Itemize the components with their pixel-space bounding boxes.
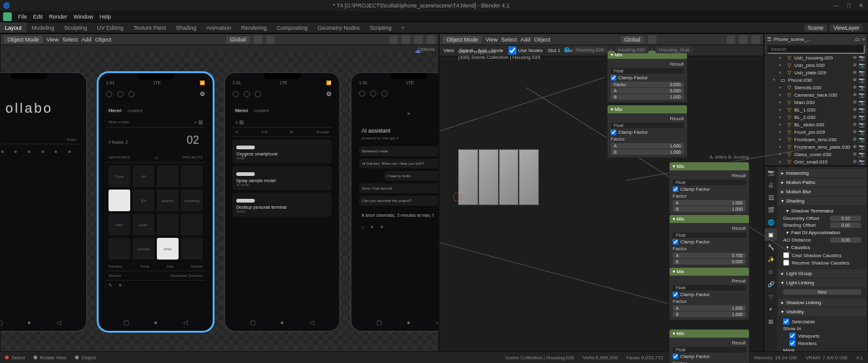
menu-window[interactable]: Window — [74, 14, 94, 20]
recv-caustics-checkbox[interactable] — [783, 260, 789, 266]
outliner-item[interactable]: ▸▽Usb_plate.029👁📷 — [764, 69, 867, 76]
slot-selector[interactable]: Slot 1 — [547, 48, 560, 53]
node-canvas[interactable]: ▾ Mix Result Float Clamp Factor Factor0.… — [440, 56, 763, 351]
node-mix-5[interactable]: ▾ Mix Result Float Clamp Factor Factor A… — [669, 267, 750, 320]
workspace-render[interactable]: Rendering — [236, 22, 272, 33]
filter-icon[interactable]: ▿ — [862, 37, 865, 42]
shading-solid-icon-2[interactable] — [739, 35, 748, 44]
maximize-icon[interactable]: □ — [845, 2, 852, 9]
ptab-physics-icon[interactable]: ⊙ — [764, 266, 777, 278]
outliner-item[interactable]: ▸▽Usb_housing.029👁📷 — [764, 54, 867, 61]
scene-selector[interactable]: Scene — [804, 24, 828, 32]
ptab-particle-icon[interactable]: ✨ — [764, 253, 777, 266]
workspace-sculpting[interactable]: Sculpting — [60, 22, 92, 33]
workspace-layout[interactable]: Layout — [0, 22, 27, 33]
outliner-item[interactable]: ▸▽BL_slider.030👁📷 — [764, 121, 867, 128]
menu-render[interactable]: Render — [49, 14, 68, 20]
eye-icon: 👁 — [852, 129, 857, 135]
outliner-item[interactable]: ▾▭Phone.030👁📷 — [764, 76, 867, 84]
properties-panel[interactable]: 📷 🖨 🖼 🎬 🌐 ▣ 🔧 ✨ ⊙ 🔗 ▽ ● ▦ ▸ Instancing ▸… — [764, 166, 868, 352]
outliner-item[interactable]: ▸▽Usb_pins.030👁📷 — [764, 61, 867, 69]
cast-caustics-checkbox[interactable] — [783, 252, 789, 258]
shading-wire-icon[interactable] — [389, 35, 398, 44]
grid-cell: graphic — [157, 190, 179, 211]
eye-icon: 👁 — [852, 107, 857, 113]
viewport-mid-header: Object Mode View Select Add Object Globa… — [440, 34, 763, 45]
vp-menu-add[interactable]: Add — [81, 37, 91, 43]
vp-menu-select[interactable]: Select — [62, 37, 78, 43]
workspace-scripting[interactable]: Scripting — [365, 22, 396, 33]
ptab-texture-icon[interactable]: ▦ — [764, 315, 777, 328]
ptab-world-icon[interactable]: 🌐 — [764, 216, 777, 229]
phone1-logo: ollabo — [1, 82, 79, 135]
node-mix-2[interactable]: ▾ Mix Result Float Clamp Factor Factor A… — [607, 105, 688, 158]
node-mix-6[interactable]: ▾ Mix Result Float Clamp Factor Factor A… — [669, 329, 750, 363]
proportional-icon[interactable] — [266, 35, 275, 44]
workspace-geonodes[interactable]: Geometry Nodes — [312, 22, 365, 33]
ptab-material-icon[interactable]: ● — [764, 303, 777, 315]
workspace-modeling[interactable]: Modeling — [27, 22, 60, 33]
viewlayer-selector[interactable]: ViewLayer — [830, 24, 863, 32]
vp-menu-object[interactable]: Object — [95, 37, 111, 43]
workspace-add[interactable]: + — [396, 22, 409, 33]
outliner-search[interactable] — [767, 45, 865, 54]
new-collection-icon[interactable]: ▭ — [855, 37, 860, 42]
eye-icon: 👁 — [852, 144, 857, 150]
ptab-render-icon[interactable]: 📷 — [764, 167, 777, 179]
outliner-item[interactable]: ▸▽Front_pin.029👁📷 — [764, 128, 867, 136]
shading-rendered-icon[interactable] — [427, 35, 435, 44]
viewport-left[interactable]: Object Mode View Select Add Object Globa… — [0, 33, 439, 352]
shading-render-icon-2[interactable] — [751, 35, 760, 44]
scene-content: ollabo registerforgot ▢●◁ 1:41LTE📶 ⚙ fil… — [1, 53, 438, 351]
outliner-item[interactable]: ▸▽Frontcam_lens_plate.030👁📷 — [764, 143, 867, 151]
menu-edit[interactable]: Edit — [33, 14, 43, 20]
outliner-item[interactable]: ▸▽Grid_small.015👁📷 — [764, 158, 867, 165]
menu-help[interactable]: Help — [100, 14, 112, 20]
node-mix-1[interactable]: ▾ Mix Result Float Clamp Factor Factor0.… — [607, 50, 688, 103]
ptab-view-icon[interactable]: 🖼 — [764, 191, 777, 204]
ptab-object-icon[interactable]: ▣ — [764, 229, 777, 241]
ptab-constraint-icon[interactable]: 🔗 — [764, 278, 777, 291]
outliner-item[interactable]: ▸▽Glass_cover.030👁📷 — [764, 151, 867, 158]
menu-file[interactable]: File — [18, 14, 27, 20]
viewport-mid[interactable]: Object Mode View Select Add Object Globa… — [439, 33, 764, 352]
workspace-shading[interactable]: Shading — [171, 22, 202, 33]
ptab-output-icon[interactable]: 🖨 — [764, 179, 777, 191]
workspace-texpaint[interactable]: Texture Paint — [128, 22, 171, 33]
grid-cell: concept — [133, 238, 154, 260]
workspace-uv[interactable]: UV Editing — [92, 22, 129, 33]
outliner-item[interactable]: ▸▽BL_2.030👁📷 — [764, 113, 867, 121]
close-icon[interactable]: ✕ — [857, 2, 865, 9]
eye-icon: 👁 — [852, 137, 857, 142]
selectable-checkbox[interactable] — [783, 318, 789, 325]
properties-tabs: 📷 🖨 🖼 🎬 🌐 ▣ 🔧 ✨ ⊙ 🔗 ▽ ● ▦ — [764, 167, 777, 351]
workspace-comp[interactable]: Compositing — [272, 22, 312, 33]
node-mix-4[interactable]: ▾ Mix Result Float Clamp Factor Factor A… — [669, 214, 750, 268]
eye-icon: 👁 — [852, 63, 857, 68]
new-light-link-button[interactable]: New — [783, 289, 861, 295]
node-mix-3[interactable]: A- letters B- housing ▾ Mix Result Float… — [669, 162, 750, 215]
workspace-anim[interactable]: Animation — [202, 22, 236, 33]
shading-matprev-icon[interactable] — [414, 35, 423, 44]
eye-icon: 👁 — [852, 55, 857, 61]
outliner-item[interactable]: ▸▽Stencils.030👁📷 — [764, 84, 867, 91]
mode-selector[interactable]: Object Mode — [4, 36, 43, 43]
ptab-scene-icon[interactable]: 🎬 — [764, 204, 777, 216]
mode-selector-2[interactable]: Object Mode — [443, 36, 482, 43]
outliner[interactable]: ☰ Phone_scene_... ▭ ▿ ▸▽Usb_housing.029👁… — [764, 33, 868, 166]
shading-solid-icon[interactable] — [402, 35, 410, 44]
minimize-icon[interactable]: — — [833, 2, 840, 9]
shading-wire-icon-2[interactable] — [727, 35, 735, 44]
outliner-item[interactable]: ▸▽Frontcam_lens.030👁📷 — [764, 136, 867, 143]
grid-cell — [181, 238, 203, 260]
ptab-data-icon[interactable]: ▽ — [764, 291, 777, 303]
outliner-item[interactable]: ▸▽Cameras_back.030👁📷 — [764, 91, 867, 98]
vp-menu-view[interactable]: View — [46, 37, 58, 43]
outliner-type-icon[interactable]: ☰ — [767, 37, 771, 42]
snap-icon-2[interactable] — [648, 35, 657, 44]
outliner-item[interactable]: ▸▽BL_1.030👁📷 — [764, 106, 867, 113]
outliner-item[interactable]: ▸▽Main.030👁📷 — [764, 98, 867, 106]
phone-mockup-2[interactable]: 1:41LTE📶 ⚙ filteredcurated Slide to hide… — [97, 72, 214, 332]
orientation-selector[interactable]: Global — [226, 36, 250, 43]
snap-icon[interactable] — [254, 35, 262, 44]
